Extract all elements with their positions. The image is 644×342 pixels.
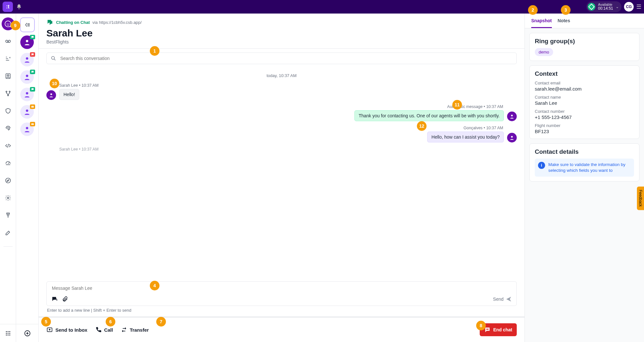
panel-toggle-icon[interactable]: ☰ [636,3,641,10]
context-label: Contact name [535,95,634,100]
status-indicator-icon [588,3,595,11]
ring-groups-title: Ring group(s) [535,38,634,45]
nav-conversations[interactable]: 9 [2,17,14,30]
end-chat-button[interactable]: End chat [480,323,517,336]
notifications-icon[interactable] [16,4,22,10]
chat-scroll[interactable]: today, 10:37 AM 10 Sarah Lee • 10:37 AM … [39,68,524,281]
context-value: Sarah Lee [535,100,634,106]
conversation-search-input[interactable] [60,55,513,61]
nav-voicemail[interactable] [2,35,14,48]
canned-responses-icon[interactable] [51,296,58,302]
nav-scripts[interactable] [2,209,14,222]
nav-settings[interactable] [2,191,14,204]
chevron-down-icon: ⌄ [616,5,619,9]
agent-status-pill[interactable]: Available 00:14:51 ⌄ [586,1,621,12]
chat-icon [46,19,53,26]
send-to-inbox-button[interactable]: Send to Inbox [46,327,87,333]
conversation-item[interactable] [20,105,34,119]
contact-details-card: Contact details i Make sure to validate … [529,143,639,181]
feedback-tab[interactable]: Feedback [637,187,644,210]
annotation-5: 5 [41,317,51,327]
svg-point-14 [26,75,28,77]
message-bubble: Thank you for contacting us. One of our … [354,110,504,121]
conversation-item[interactable] [20,122,34,137]
chat-header: Chatting on Chat via https://1cbh5v.csb.… [39,14,524,49]
ring-group-chip[interactable]: demo [535,48,553,56]
attachment-icon[interactable] [62,296,68,302]
customer-org: BestFlights [46,39,517,44]
nav-dashboard[interactable] [2,157,14,170]
composer: Send [46,281,517,306]
context-title: Context [535,70,634,77]
message-bubble: Hello, how can I assist you today? [427,132,504,142]
ring-groups-card: Ring group(s) demo [529,33,639,61]
nav-queues[interactable] [2,52,14,65]
topbar: :t Available 00:14:51 ⌄ CG ☰ [0,0,644,14]
date-divider: today, 10:37 AM [46,73,517,78]
annotation-7: 7 [156,317,166,327]
chat-badge-icon [30,70,35,74]
customer-name: Sarah Lee [46,28,517,39]
context-value: BF123 [535,129,634,134]
svg-point-16 [26,110,28,112]
svg-point-25 [9,331,10,332]
send-button[interactable]: Send [493,296,512,302]
svg-point-27 [7,333,8,334]
context-label: Contact email [535,81,634,85]
context-value: +1 555-123-4567 [535,114,634,120]
nav-contacts[interactable] [2,70,14,83]
mail-badge-icon [30,104,35,109]
contact-details-title: Contact details [535,148,634,155]
svg-point-20 [511,115,513,116]
conversation-search[interactable] [46,53,517,64]
conversation-item[interactable] [20,88,34,102]
nav-security[interactable] [2,104,14,117]
nav-routing[interactable] [2,87,14,100]
transfer-icon [121,327,127,333]
user-avatar[interactable]: CG [624,2,634,12]
info-icon: i [538,162,545,169]
channel-label: Chatting on Chat [46,19,90,26]
nav-compose[interactable] [2,226,14,239]
svg-point-29 [6,334,7,335]
svg-point-4 [8,40,10,43]
app-logo[interactable]: :t [3,2,13,12]
conversation-item-active[interactable] [20,35,34,50]
message-input[interactable] [51,285,512,293]
svg-point-18 [52,56,54,59]
svg-point-9 [7,95,8,96]
inbox-icon [46,327,53,333]
send-icon [505,296,512,302]
collapse-button[interactable] [20,17,35,32]
svg-point-11 [7,197,9,199]
svg-point-13 [26,57,28,60]
tab-snapshot[interactable]: Snapshot [531,14,552,28]
svg-point-31 [9,334,10,335]
message-bubble: Hello! [59,89,79,100]
annotation-10: 10 [50,79,59,88]
phone-icon [95,327,101,333]
context-label: Flight number [535,123,634,128]
transfer-button[interactable]: Transfer [121,327,149,333]
nav-biometrics[interactable] [2,122,14,135]
add-button[interactable] [16,324,39,342]
info-banner: i Make sure to validate the information … [535,159,634,177]
tab-notes[interactable]: Notes [558,14,570,28]
svg-point-12 [26,40,28,42]
svg-point-28 [9,333,10,334]
message-meta: Sarah Lee • 10:37 AM [59,83,517,88]
apps-grid-button[interactable] [0,324,16,342]
nav-code[interactable] [2,139,14,152]
svg-point-3 [5,40,8,43]
nav-explore[interactable] [2,174,14,187]
call-button[interactable]: Call [95,327,113,333]
conversation-item[interactable] [20,70,34,84]
system-avatar-icon [507,112,517,121]
conversation-item[interactable] [20,53,34,67]
message-meta: Gonçalves • 10:37 AM [46,126,503,130]
chat-action-bar: 5 Send to Inbox 6 Call 7 Transfer 8 [39,317,524,342]
mail-badge-icon [30,122,35,126]
chat-badge-icon [30,87,35,92]
message-meta-partial: Sarah Lee • 10:37 AM [59,147,517,151]
conversation-rail [16,14,39,342]
